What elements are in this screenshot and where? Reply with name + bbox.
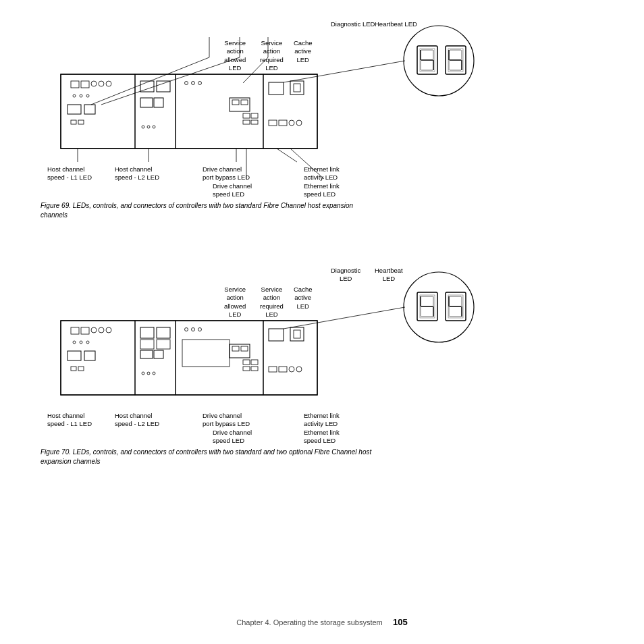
svg-rect-79 xyxy=(106,327,111,333)
svg-rect-90 xyxy=(140,340,154,349)
fig69-caption: Figure 69. LEDs, controls, and connector… xyxy=(41,201,378,220)
svg-rect-35 xyxy=(290,81,304,95)
svg-point-81 xyxy=(80,341,82,344)
svg-rect-29 xyxy=(243,113,250,118)
svg-rect-18 xyxy=(154,98,163,107)
svg-rect-15 xyxy=(140,81,154,92)
svg-rect-111 xyxy=(290,327,304,341)
svg-rect-4 xyxy=(91,81,97,86)
svg-rect-30 xyxy=(251,113,258,118)
fig69-host-l2-label: Host channelspeed - L2 LED xyxy=(115,165,159,182)
svg-point-7 xyxy=(73,95,76,97)
svg-rect-101 xyxy=(182,340,230,367)
svg-rect-76 xyxy=(81,327,89,334)
chapter-text: Chapter 4. Operating the storage subsyst… xyxy=(236,618,382,626)
svg-rect-114 xyxy=(279,367,287,372)
svg-rect-10 xyxy=(68,105,81,114)
page-number: 105 xyxy=(393,617,408,627)
svg-rect-91 xyxy=(157,340,170,349)
svg-rect-92 xyxy=(140,350,153,358)
fig70-service-allowed-label: ServiceactionallowedLED xyxy=(224,286,246,319)
fig70-service-required-label: ServiceactionrequiredLED xyxy=(260,286,284,319)
svg-rect-6 xyxy=(106,81,111,86)
svg-rect-87 xyxy=(135,321,176,395)
svg-rect-1 xyxy=(61,74,135,149)
svg-rect-88 xyxy=(140,327,154,338)
fig70-drive-speed-label: Drive channelspeed LED xyxy=(213,429,252,446)
svg-point-21 xyxy=(153,126,155,128)
svg-rect-106 xyxy=(251,360,258,365)
svg-point-82 xyxy=(86,341,89,344)
svg-point-20 xyxy=(147,126,150,128)
svg-point-117 xyxy=(404,272,474,342)
svg-line-71 xyxy=(277,149,297,162)
svg-rect-28 xyxy=(241,100,248,105)
svg-rect-105 xyxy=(243,360,250,365)
svg-point-24 xyxy=(192,82,195,85)
svg-rect-115 xyxy=(289,367,294,372)
fig69-eth-activity-label: Ethernet linkactivity LED xyxy=(304,165,340,182)
fig69-service-allowed-label: ServiceactionallowedLED xyxy=(224,39,246,72)
svg-point-9 xyxy=(86,95,89,97)
fig70-cache-active-label: CacheactiveLED xyxy=(294,286,312,311)
svg-rect-89 xyxy=(157,327,170,338)
svg-rect-75 xyxy=(71,327,79,334)
svg-point-100 xyxy=(198,328,202,331)
svg-rect-32 xyxy=(251,120,258,124)
svg-rect-108 xyxy=(251,367,258,371)
fig70-drive-bypass-label: Drive channelport bypass LED xyxy=(203,412,250,429)
svg-rect-93 xyxy=(154,350,163,358)
svg-rect-34 xyxy=(269,82,284,95)
fig70-eth-activity-label: Ethernet linkactivity LED xyxy=(304,412,340,429)
svg-point-80 xyxy=(73,341,76,344)
fig70-diagnostic-led-label: DiagnosticLED xyxy=(331,267,360,284)
page-footer: Chapter 4. Operating the storage subsyst… xyxy=(0,617,644,627)
fig70-host-l1-label: Host channelspeed - L1 LED xyxy=(47,412,92,429)
svg-rect-112 xyxy=(294,330,300,338)
fig69-host-l1-label: Host channelspeed - L1 LED xyxy=(47,165,92,182)
svg-rect-74 xyxy=(61,321,135,395)
fig69-drive-bypass-label: Drive channelport bypass LED xyxy=(203,165,250,182)
svg-rect-85 xyxy=(71,367,76,371)
svg-rect-107 xyxy=(243,367,250,371)
svg-point-99 xyxy=(192,328,195,331)
svg-rect-78 xyxy=(99,327,104,333)
svg-rect-3 xyxy=(81,81,89,88)
svg-rect-39 xyxy=(289,120,294,126)
svg-point-95 xyxy=(147,372,150,375)
svg-line-63 xyxy=(101,57,240,105)
svg-rect-84 xyxy=(84,351,95,360)
svg-point-25 xyxy=(198,82,202,85)
svg-rect-17 xyxy=(140,98,153,107)
fig69-diagnostic-led-label: Diagnostic LED xyxy=(331,20,375,28)
svg-rect-40 xyxy=(296,120,302,126)
svg-rect-77 xyxy=(91,327,97,333)
svg-rect-113 xyxy=(269,367,277,372)
fig69-heartbeat-led-label: Heartbeat LED xyxy=(375,20,417,28)
fig70-eth-speed-label: Ethernet linkspeed LED xyxy=(304,429,340,446)
svg-rect-36 xyxy=(294,84,300,92)
svg-rect-31 xyxy=(243,120,250,124)
svg-rect-13 xyxy=(78,120,84,124)
svg-point-8 xyxy=(80,95,82,97)
svg-point-96 xyxy=(153,372,155,375)
svg-rect-104 xyxy=(241,346,248,351)
fig70-caption: Figure 70. LEDs, controls, and connector… xyxy=(41,448,398,466)
svg-rect-14 xyxy=(135,74,176,149)
svg-rect-5 xyxy=(99,81,104,86)
svg-rect-116 xyxy=(296,367,302,372)
svg-rect-86 xyxy=(78,367,84,371)
svg-rect-37 xyxy=(269,120,277,126)
fig70-host-l2-label: Host channelspeed - L2 LED xyxy=(115,412,159,429)
svg-rect-2 xyxy=(71,81,79,88)
fig70-heartbeat-led-label: HeartbeatLED xyxy=(375,267,403,284)
svg-rect-110 xyxy=(269,329,284,341)
svg-rect-83 xyxy=(68,351,81,360)
svg-point-23 xyxy=(185,82,188,85)
svg-point-41 xyxy=(404,26,474,96)
fig69-cache-active-label: CacheactiveLED xyxy=(294,39,312,64)
fig69-service-required-label: ServiceactionrequiredLED xyxy=(260,39,284,72)
svg-point-94 xyxy=(142,372,144,375)
svg-rect-12 xyxy=(71,120,76,124)
fig69-drive-speed-label: Drive channelspeed LED xyxy=(213,182,252,199)
